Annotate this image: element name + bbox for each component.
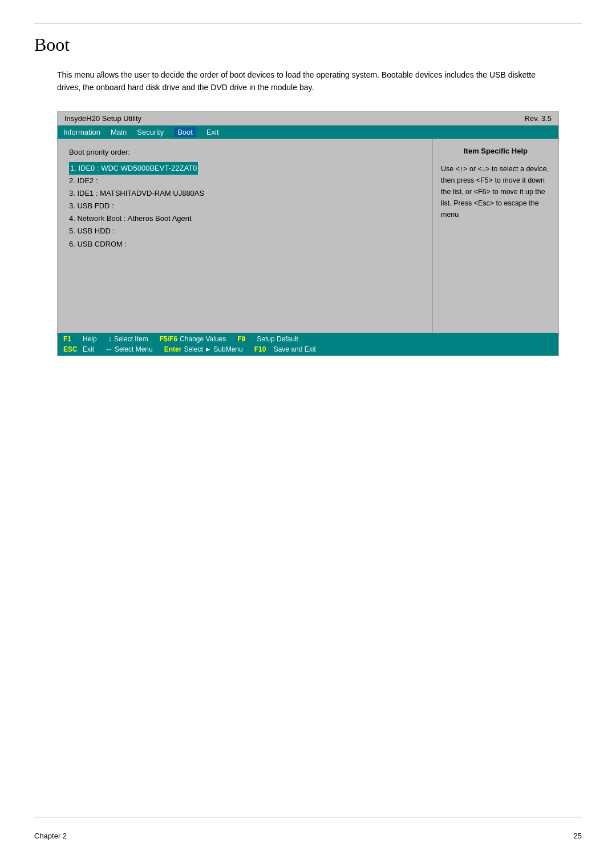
- bios-container: InsydeH20 Setup Utility Rev. 3.5 Informa…: [57, 111, 559, 356]
- key-enter: Enter: [164, 345, 182, 353]
- footer-f5f6-values: F5/F6 Change Values: [160, 335, 226, 343]
- chapter-label: Chapter 2: [34, 832, 67, 840]
- key-f10: F10: [254, 345, 271, 353]
- desc-save-exit: Save and Exit: [274, 345, 316, 353]
- boot-item-1[interactable]: 2. IDE2 :: [69, 175, 421, 187]
- bottom-rule: [34, 817, 582, 817]
- menu-item-information[interactable]: Information: [63, 128, 100, 136]
- desc-select-submenu: Select ► SubMenu: [184, 345, 242, 353]
- footer-row-2: ESC Exit ↔ Select Menu Enter Select ► Su…: [63, 345, 553, 353]
- page-number: 25: [574, 832, 582, 840]
- menu-item-exit[interactable]: Exit: [206, 128, 219, 136]
- bios-revision: Rev. 3.5: [525, 114, 552, 123]
- footer-esc-exit: ESC Exit: [63, 345, 94, 353]
- footer-arrows-item: ↕ Select Item: [108, 335, 148, 343]
- key-f9: F9: [237, 335, 254, 343]
- bios-title-bar: InsydeH20 Setup Utility Rev. 3.5: [58, 112, 558, 126]
- footer-f9-default: F9 Setup Default: [237, 335, 298, 343]
- footer-f10-save: F10 Save and Exit: [254, 345, 316, 353]
- menu-item-boot[interactable]: Boot: [174, 127, 196, 137]
- boot-priority-label: Boot priority order:: [69, 148, 421, 156]
- help-title: Item Specific Help: [441, 146, 550, 158]
- boot-item-4[interactable]: 4. Network Boot : Atheros Boot Agent: [69, 212, 421, 225]
- boot-item-2[interactable]: 3. IDE1 : MATSHITADVD-RAM UJ880AS: [69, 187, 421, 200]
- boot-item-5[interactable]: 5. USB HDD :: [69, 225, 421, 237]
- menu-item-security[interactable]: Security: [137, 128, 164, 136]
- updown-arrows-icon: ↕: [108, 335, 112, 343]
- bios-menu-bar: Information Main Security Boot Exit: [58, 126, 558, 139]
- desc-change-values: Change Values: [180, 335, 226, 343]
- chapter-footer: Chapter 2 25: [34, 832, 582, 840]
- key-f5f6: F5/F6: [160, 335, 177, 343]
- bios-body: Boot priority order: 1. IDE0 : WDC WD500…: [58, 139, 558, 333]
- bios-help-panel: Item Specific Help Use <↑> or <↓> to sel…: [433, 139, 558, 333]
- bios-footer: F1 Help ↕ Select Item F5/F6 Change Value…: [58, 333, 558, 356]
- desc-exit: Exit: [83, 345, 94, 353]
- menu-item-main[interactable]: Main: [111, 128, 127, 136]
- boot-item-6[interactable]: 6. USB CDROM :: [69, 238, 421, 251]
- desc-setup-default: Setup Default: [257, 335, 298, 343]
- page-title: Boot: [34, 34, 70, 55]
- boot-item-0[interactable]: 1. IDE0 : WDC WD5000BEVT-22ZAT0: [69, 162, 198, 175]
- footer-f1-help: F1 Help: [63, 335, 97, 343]
- key-f1: F1: [63, 335, 80, 343]
- top-rule: [34, 23, 582, 23]
- key-esc: ESC: [63, 345, 80, 353]
- footer-enter-submenu: Enter Select ► SubMenu: [164, 345, 243, 353]
- footer-row-1: F1 Help ↕ Select Item F5/F6 Change Value…: [63, 335, 553, 343]
- footer-arrows-menu: ↔ Select Menu: [106, 345, 153, 353]
- description: This menu allows the user to decide the …: [57, 68, 559, 94]
- desc-select-item: Select Item: [114, 335, 148, 343]
- desc-select-menu: Select Menu: [115, 345, 153, 353]
- desc-help: Help: [83, 335, 97, 343]
- boot-items-list: 1. IDE0 : WDC WD5000BEVT-22ZAT0 2. IDE2 …: [69, 162, 421, 251]
- leftright-arrows-icon: ↔: [106, 345, 112, 353]
- help-text: Use <↑> or <↓> to select a device, then …: [441, 163, 550, 220]
- bios-title: InsydeH20 Setup Utility: [64, 114, 141, 123]
- boot-item-3[interactable]: 3. USB FDD :: [69, 200, 421, 212]
- bios-main-panel: Boot priority order: 1. IDE0 : WDC WD500…: [58, 139, 433, 333]
